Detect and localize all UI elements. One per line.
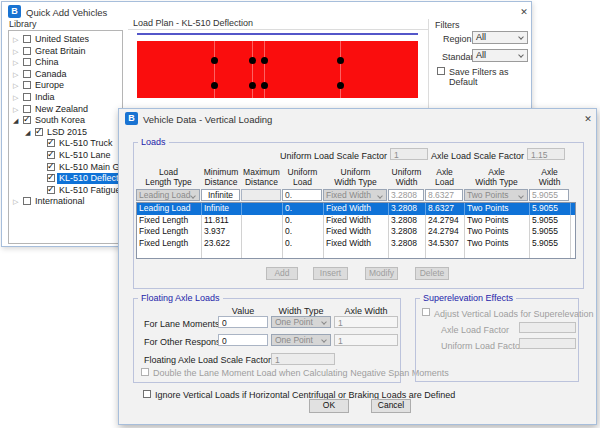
lane-moments-value-input[interactable]: 0 xyxy=(218,316,268,328)
tree-item-label: Great Britain xyxy=(33,46,88,57)
lane-moments-width-type-dropdown[interactable]: One Point xyxy=(271,316,331,328)
insert-button[interactable]: Insert xyxy=(313,267,348,280)
checkbox[interactable]: ✓ xyxy=(23,35,31,43)
edit-cell-input[interactable]: 0. xyxy=(282,189,322,201)
dialog1-title: Quick Add Vehicles xyxy=(26,7,107,18)
axle-dot xyxy=(211,82,218,89)
checkbox[interactable]: ✓ xyxy=(23,70,31,78)
edit-cell-dropdown[interactable]: Fixed Width xyxy=(323,189,387,201)
adjust-vertical-loads-checkbox[interactable]: ✓ xyxy=(422,308,430,316)
ignore-vertical-loads-checkbox[interactable]: ✓ xyxy=(143,390,151,398)
axle-guide-line xyxy=(264,41,265,98)
modify-button[interactable]: Modify xyxy=(365,267,398,280)
table-cell: 3.2808 xyxy=(389,226,426,238)
table-cell: 3.2808 xyxy=(389,215,426,227)
expand-icon[interactable]: ▷ xyxy=(13,57,18,68)
load-plan-diagram xyxy=(137,41,418,98)
superelevation-group-label: Superelevation Effects xyxy=(420,293,516,303)
table-row[interactable]: Fixed Length23.6220.Fixed Width3.280834.… xyxy=(137,238,575,250)
tree-item-canada[interactable]: ▷✓Canada xyxy=(9,69,122,80)
tree-item-label: KL-510 Lane xyxy=(57,150,113,161)
table-cell: Infinite xyxy=(202,203,242,215)
table-row[interactable]: Fixed Length11.8110.Fixed Width3.280824.… xyxy=(137,215,575,227)
expand-icon[interactable]: ▷ xyxy=(13,80,18,91)
tree-item-great-britain[interactable]: ▷✓Great Britain xyxy=(9,46,122,57)
delete-button[interactable]: Delete xyxy=(415,267,449,280)
edit-cell-input[interactable]: 5.9055 xyxy=(529,189,569,201)
checkbox[interactable]: ✓ xyxy=(23,58,31,66)
checkbox[interactable]: ✓ xyxy=(47,151,55,159)
tree-item-south-korea[interactable]: ◢✓South Korea xyxy=(9,115,122,126)
cancel-button[interactable]: Cancel xyxy=(371,399,411,413)
chevron-down-icon xyxy=(321,337,327,343)
tree-item-new-zealand[interactable]: ▷✓New Zealand xyxy=(9,104,122,115)
checkbox[interactable]: ✓ xyxy=(47,139,55,147)
close-icon[interactable]: ✕ xyxy=(516,5,532,19)
expand-icon[interactable]: ▷ xyxy=(13,34,18,45)
save-filters-checkbox[interactable]: ✓ xyxy=(437,67,445,75)
ok-button[interactable]: OK xyxy=(309,399,349,413)
tree-item-kl-510-deflection[interactable]: ✓KL-510 Deflection xyxy=(9,173,122,184)
expand-icon[interactable]: ▷ xyxy=(13,69,18,80)
expand-icon[interactable]: ▷ xyxy=(13,92,18,103)
region-dropdown[interactable]: All xyxy=(472,31,528,44)
uniform-load-factor-input[interactable] xyxy=(519,338,576,349)
floating-scale-input[interactable]: 1 xyxy=(271,353,335,365)
axle-scale-input[interactable]: 1.15 xyxy=(527,148,565,160)
loads-edit-row[interactable]: Leading LoadInfinite0.Fixed Width3.28088… xyxy=(136,189,576,201)
tree-item-label: LSD 2015 xyxy=(45,127,89,138)
other-responses-value-input[interactable]: 0 xyxy=(218,334,268,346)
table-cell: Two Points xyxy=(465,238,530,250)
tree-item-kl-510-truck[interactable]: ✓KL-510 Truck xyxy=(9,138,122,149)
double-lane-moment-checkbox[interactable]: ✓ xyxy=(141,368,149,376)
collapse-icon[interactable]: ◢ xyxy=(13,115,18,126)
tree-item-kl-510-main-girder[interactable]: ✓KL-510 Main Girder xyxy=(9,162,122,173)
checkbox[interactable]: ✓ xyxy=(23,116,31,124)
close-icon[interactable]: ✕ xyxy=(580,112,596,126)
loads-grid[interactable]: Leading LoadInfinite0.Fixed Width3.28088… xyxy=(136,202,576,259)
checkbox[interactable]: ✓ xyxy=(23,93,31,101)
axle-load-factor-input[interactable] xyxy=(519,322,576,333)
checkbox[interactable]: ✓ xyxy=(23,47,31,55)
other-responses-axle-width-input[interactable]: 1 xyxy=(334,334,398,346)
tree-item-kl-510-fatigue[interactable]: ✓KL-510 Fatigue xyxy=(9,185,122,196)
table-cell: 24.2794 xyxy=(426,215,465,227)
table-cell: 0. xyxy=(283,203,324,215)
expand-icon[interactable]: ▷ xyxy=(13,46,18,57)
checkbox[interactable]: ✓ xyxy=(23,105,31,113)
checkbox[interactable]: ✓ xyxy=(35,128,43,136)
tree-item-united-states[interactable]: ▷✓United States xyxy=(9,34,122,45)
table-row[interactable]: Leading LoadInfinite0.Fixed Width3.28088… xyxy=(137,203,575,215)
screen: B Quick Add Vehicles ✕ Library ▷✓United … xyxy=(0,0,600,428)
other-responses-width-type-dropdown[interactable]: One Point xyxy=(271,334,331,346)
tree-item-international[interactable]: ▷✓International xyxy=(9,196,122,207)
edit-cell-dropdown[interactable]: Two Points xyxy=(464,189,528,201)
tree-item-india[interactable]: ▷✓India xyxy=(9,92,122,103)
add-button[interactable]: Add xyxy=(266,267,298,280)
lane-moments-axle-width-input[interactable]: 1 xyxy=(334,316,398,328)
checkbox[interactable]: ✓ xyxy=(47,174,55,182)
edit-cell-input[interactable]: 8.6327 xyxy=(425,189,463,201)
tree-item-china[interactable]: ▷✓China xyxy=(9,57,122,68)
tree-item-lsd-2015[interactable]: ◢✓LSD 2015 xyxy=(9,127,122,138)
expand-icon[interactable]: ▷ xyxy=(13,196,18,207)
collapse-icon[interactable]: ◢ xyxy=(25,127,30,138)
edit-cell-dropdown[interactable]: Leading Load xyxy=(136,189,200,201)
checkbox[interactable]: ✓ xyxy=(47,186,55,194)
checkbox[interactable]: ✓ xyxy=(23,197,31,205)
lane-moments-label: For Lane Moments xyxy=(144,319,220,329)
tree-item-kl-510-lane[interactable]: ✓KL-510 Lane xyxy=(9,150,122,161)
table-cell: 3.2808 xyxy=(389,238,426,250)
library-tree[interactable]: ▷✓United States▷✓Great Britain▷✓China▷✓C… xyxy=(8,30,123,244)
edit-cell-input[interactable]: Infinite xyxy=(201,189,240,201)
table-row[interactable]: Fixed Length3.9370.Fixed Width3.280824.2… xyxy=(137,226,575,238)
checkbox[interactable]: ✓ xyxy=(47,163,55,171)
standard-dropdown[interactable]: All xyxy=(472,49,528,62)
expand-icon[interactable]: ▷ xyxy=(13,104,18,115)
axle-guide-line xyxy=(252,41,253,98)
edit-cell-input[interactable] xyxy=(241,189,281,201)
tree-item-europe[interactable]: ▷✓Europe xyxy=(9,80,122,91)
checkbox[interactable]: ✓ xyxy=(23,81,31,89)
edit-cell-input[interactable]: 3.2808 xyxy=(388,189,424,201)
table-empty-cell xyxy=(530,249,571,258)
